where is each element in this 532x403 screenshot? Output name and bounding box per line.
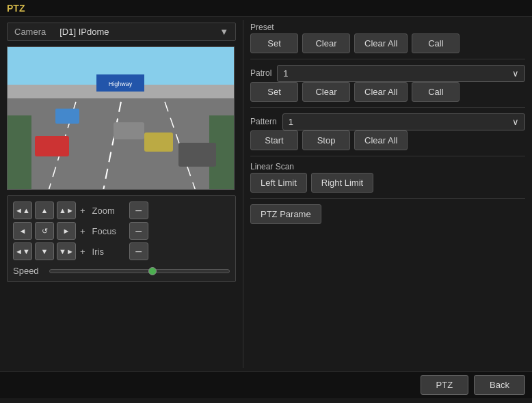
left-limit-btn[interactable]: Left Limit [250,173,307,193]
preset-clearall-btn[interactable]: Clear All [354,33,408,53]
linearscan-btn-row: Left Limit Right Limit [250,173,525,193]
ptz-downright-btn[interactable]: ▼► [57,242,76,260]
bottom-bar: PTZ Back [0,371,532,398]
svg-rect-12 [55,109,79,124]
patrol-call-btn[interactable]: Call [412,82,460,102]
pattern-stop-btn[interactable]: Stop [302,130,350,150]
ptz-up-btn[interactable]: ▲ [35,202,54,219]
zoom-label: Zoom [92,206,127,216]
preset-section: Preset Set Clear Clear All Call [250,23,525,59]
ptz-upleft-btn[interactable]: ◄▲ [13,202,32,219]
road-svg: Highway [8,47,235,190]
svg-rect-9 [114,122,144,139]
pattern-clearall-btn[interactable]: Clear All [354,130,408,150]
patrol-label: Patrol [250,68,271,78]
svg-text:Highway: Highway [109,81,133,87]
patrol-arrow: ∨ [512,68,519,79]
patrol-clearall-btn[interactable]: Clear All [354,82,408,102]
title-label: PTZ [7,3,25,14]
camera-dropdown-arrow[interactable]: ▼ [220,27,228,37]
patrol-set-btn[interactable]: Set [250,82,298,102]
patrol-dropdown[interactable]: 1 ∨ [277,65,525,82]
pattern-btn-row: Start Stop Clear All [250,130,525,150]
svg-rect-11 [178,143,216,167]
right-panel: Preset Set Clear Clear All Call Patrol 1… [243,17,532,371]
svg-rect-8 [35,136,69,156]
preset-label: Preset [250,23,525,32]
patrol-clear-btn[interactable]: Clear [302,82,350,102]
right-limit-btn[interactable]: Right Limit [311,173,373,193]
pattern-value: 1 [289,117,293,127]
svg-rect-10 [144,133,173,152]
title-bar: PTZ [0,0,532,17]
patrol-btn-row: Set Clear Clear All Call [250,82,525,102]
preset-clear-btn[interactable]: Clear [302,33,350,53]
zoom-minus-btn[interactable]: – [129,202,148,219]
pattern-arrow: ∨ [512,117,519,127]
focus-minus-btn[interactable]: – [129,222,148,240]
ptz-bottom-btn[interactable]: PTZ [421,375,469,395]
road-scene-bg: Highway [8,47,234,189]
left-panel: Camera [D1] IPdome ▼ [0,17,243,371]
pattern-dropdown[interactable]: 1 ∨ [282,113,525,130]
linearscan-label: Linear Scan [250,162,525,171]
camera-selector[interactable]: Camera [D1] IPdome ▼ [7,23,236,41]
ptz-upright-btn[interactable]: ▲► [57,202,76,219]
pattern-label: Pattern [250,117,277,126]
camera-label: Camera [14,27,46,37]
pattern-header-row: Pattern 1 ∨ [250,113,525,130]
zoom-plus-symbol: + [80,206,85,216]
pattern-start-btn[interactable]: Start [250,130,298,150]
preset-btn-row: Set Clear Clear All Call [250,33,525,53]
ptz-down-btn[interactable]: ▼ [35,242,54,260]
video-feed: Highway [7,46,235,190]
focus-plus-symbol: + [80,226,85,236]
focus-label: Focus [92,226,127,236]
speed-label: Speed [13,266,44,276]
svg-rect-6 [8,115,31,190]
camera-value: [D1] IPdome [59,27,206,37]
patrol-value: 1 [283,68,288,79]
ptz-downleft-btn[interactable]: ◄▼ [13,242,32,260]
preset-set-btn[interactable]: Set [250,33,298,53]
iris-plus-symbol: + [80,247,85,257]
iris-label: Iris [92,247,127,257]
back-btn[interactable]: Back [474,375,525,395]
speed-slider[interactable] [49,269,230,273]
ptz-params-btn[interactable]: PTZ Parame [250,204,321,224]
iris-minus-btn[interactable]: – [129,242,148,260]
ptz-right-btn[interactable]: ► [57,222,76,240]
patrol-section: Patrol 1 ∨ Set Clear Clear All Call [250,65,525,108]
patrol-header-row: Patrol 1 ∨ [250,65,525,82]
ptz-controls: ◄▲ ▲ ▲► + Zoom – ◄ ↺ ► + Focus – ◄▼ ▼ ▼► [7,195,236,282]
pattern-section: Pattern 1 ∨ Start Stop Clear All [250,113,525,156]
speed-thumb[interactable] [148,267,157,275]
ptz-params-section: PTZ Parame [250,204,525,224]
preset-call-btn[interactable]: Call [412,33,460,53]
linearscan-section: Linear Scan Left Limit Right Limit [250,162,525,199]
ptz-home-btn[interactable]: ↺ [35,222,54,240]
ptz-left-btn[interactable]: ◄ [13,222,32,240]
